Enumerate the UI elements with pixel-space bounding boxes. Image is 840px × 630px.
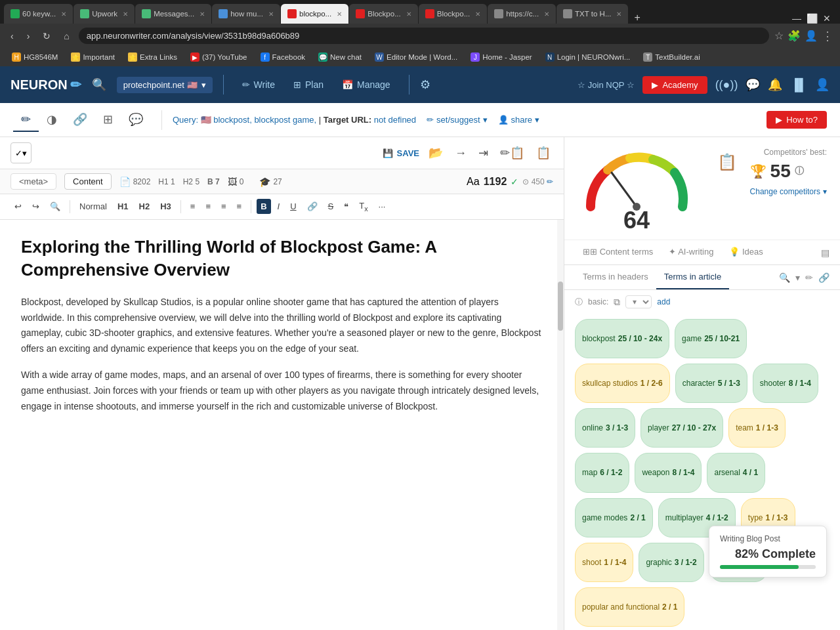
filter-icon[interactable]: ▤ <box>821 247 830 258</box>
bold-button[interactable]: B <box>257 199 270 214</box>
tab-2[interactable]: Upwork ✕ <box>74 4 135 24</box>
terms-in-headers-tab[interactable]: Terms in headers <box>575 265 656 289</box>
new-tab-button[interactable]: + <box>629 12 645 24</box>
clipboard-icon[interactable]: 📋 <box>534 143 553 163</box>
align-left-button[interactable]: ≡ <box>186 199 200 214</box>
academy-button[interactable]: ▶ Academy <box>642 76 707 94</box>
bookmark-youtube[interactable]: ▶ (37) YouTube <box>185 51 253 63</box>
strikethrough-button[interactable]: S <box>324 199 338 214</box>
nav-manage[interactable]: 📅 Manage <box>334 75 398 94</box>
forward-button[interactable]: › <box>23 30 34 43</box>
change-competitors-button[interactable]: Change competitors ▾ <box>750 187 827 196</box>
bookmark-facebook[interactable]: f Facebook <box>255 51 311 63</box>
more-options-button[interactable]: ··· <box>375 199 390 214</box>
how-to-button[interactable]: ▶ How to? <box>766 111 827 129</box>
tab-8[interactable]: https://c... ✕ <box>488 4 556 24</box>
link-button[interactable]: 🔗 <box>303 199 322 214</box>
tab-6[interactable]: Blockpo... ✕ <box>349 4 418 24</box>
term-chip-shoot[interactable]: shoot 1 / 1-4 <box>575 543 633 582</box>
tab-6-close[interactable]: ✕ <box>406 10 411 18</box>
bell-icon[interactable]: 🔔 <box>768 77 782 92</box>
tab-content-terms[interactable]: ⊞⊞ Content terms <box>575 240 661 264</box>
bookmark-textbuilder[interactable]: T TextBuilder.ai <box>638 51 705 63</box>
radio-icon[interactable]: ((●)) <box>715 78 738 92</box>
term-chip-game-modes[interactable]: game modes 2 / 1 <box>575 498 653 537</box>
nav-write[interactable]: ✏ Write <box>234 75 283 94</box>
tab-3[interactable]: Messages... ✕ <box>135 4 211 24</box>
tab-1-close[interactable]: ✕ <box>61 10 66 18</box>
tab-9-close[interactable]: ✕ <box>616 10 621 18</box>
find-button[interactable]: 🔍 <box>46 199 64 214</box>
bookmark-home-jasper[interactable]: J Home - Jasper <box>465 51 537 63</box>
extensions-icon[interactable]: 🧩 <box>788 30 801 42</box>
save-button[interactable]: 💾 SAVE <box>383 148 419 158</box>
tab-ideas[interactable]: 💡 Ideas <box>721 240 770 264</box>
profile-avatar-icon[interactable]: 👤 <box>815 77 830 92</box>
edit-target-icon[interactable]: ✏ <box>547 177 553 186</box>
address-input[interactable] <box>79 28 769 44</box>
content-tab-button[interactable]: Content <box>64 173 112 190</box>
edit-terms-icon[interactable]: ✏ <box>805 272 813 283</box>
editor-scrollbar[interactable] <box>557 220 564 630</box>
link-terms-icon[interactable]: 🔗 <box>818 272 830 283</box>
share-button[interactable]: 👤 share ▾ <box>498 115 540 125</box>
tab-9[interactable]: TXT to H... ✕ <box>556 4 628 24</box>
style-normal-button[interactable]: Normal <box>75 199 111 214</box>
term-chip-online[interactable]: online 3 / 1-3 <box>575 408 635 448</box>
italic-button[interactable]: I <box>274 199 284 214</box>
edit-tools-icon[interactable]: ✏📋 <box>497 143 527 163</box>
back-button[interactable]: ‹ <box>7 30 18 43</box>
clear-format-button[interactable]: Tx <box>355 198 371 215</box>
tab-4[interactable]: how mu... ✕ <box>212 4 280 24</box>
term-chip-map[interactable]: map 6 / 1-2 <box>575 453 629 492</box>
tab-8-close[interactable]: ✕ <box>544 10 549 18</box>
search-terms-icon[interactable]: 🔍 <box>779 272 790 283</box>
tab-5-close[interactable]: ✕ <box>337 10 342 18</box>
term-chip-popular-functional[interactable]: popular and functional 2 / 1 <box>575 587 684 627</box>
tab-5[interactable]: blockpo... ✕ <box>281 4 348 24</box>
term-chip-skullcap[interactable]: skullcap studios 1 / 2-6 <box>575 364 670 403</box>
term-chip-blockpost[interactable]: blockpost 25 / 10 - 24x <box>575 319 669 358</box>
term-chip-shooter[interactable]: shooter 8 / 1-4 <box>753 364 818 403</box>
bookmark-star-icon[interactable]: ☆ <box>774 30 784 42</box>
tab-7[interactable]: Blockpo... ✕ <box>419 4 488 24</box>
editor-body[interactable]: Exploring the Thrilling World of Blockpo… <box>0 220 564 630</box>
bookmark-newchat[interactable]: 💬 New chat <box>313 51 367 63</box>
tab-1[interactable]: 60 keyw... ✕ <box>4 4 73 24</box>
editor-scrollbar-thumb[interactable] <box>558 282 563 331</box>
undo-button[interactable]: ↩ <box>10 199 26 214</box>
query-tab-grid[interactable]: ⊞ <box>95 108 121 132</box>
bookmark-important[interactable]: ⭐ Important <box>66 51 120 63</box>
term-chip-team[interactable]: team 1 / 1-3 <box>728 408 786 448</box>
query-tab-pen[interactable]: ✏ <box>13 108 39 132</box>
copy-terms-icon[interactable]: ⧉ <box>614 297 620 308</box>
site-selector[interactable]: protechpoint.net 🇺🇸 ▾ <box>117 77 213 93</box>
import-icon[interactable]: ⇥ <box>476 143 491 163</box>
h2-button[interactable]: H2 <box>135 199 154 214</box>
align-justify-button[interactable]: ≡ <box>233 199 246 214</box>
bookmark-neuron-login[interactable]: N Login | NEURONwri... <box>540 51 636 63</box>
terms-dropdown[interactable]: ▾ <box>625 295 652 308</box>
collapse-button[interactable]: ✓▾ <box>10 142 32 163</box>
tab-7-close[interactable]: ✕ <box>475 10 480 18</box>
restore-icon[interactable]: ⬜ <box>807 13 818 24</box>
export-icon[interactable]: → <box>452 144 469 163</box>
tab-4-close[interactable]: ✕ <box>268 10 274 18</box>
term-chip-character[interactable]: character 5 / 1-3 <box>675 364 747 403</box>
tab-3-close[interactable]: ✕ <box>200 10 205 18</box>
settings-icon[interactable]: ⚙ <box>420 77 430 92</box>
chat-icon[interactable]: 💬 <box>746 77 760 92</box>
bookmark-editor[interactable]: W Editor Mode | Word... <box>369 51 463 63</box>
tab-ai-writing[interactable]: ✦ AI-writing <box>661 240 721 264</box>
term-chip-graphic[interactable]: graphic 3 / 1-2 <box>639 543 704 582</box>
term-chip-weapon[interactable]: weapon 8 / 1-4 <box>635 453 702 492</box>
bookmark-hg8546m[interactable]: H HG8546M <box>7 51 63 63</box>
close-icon[interactable]: ✕ <box>823 13 831 24</box>
align-right-button[interactable]: ≡ <box>217 199 230 214</box>
h1-button[interactable]: H1 <box>114 199 133 214</box>
home-button[interactable]: ⌂ <box>60 30 73 43</box>
profile-icon[interactable]: 👤 <box>805 30 818 42</box>
nav-plan[interactable]: ⊞ Plan <box>285 75 331 94</box>
minimize-icon[interactable]: — <box>792 13 801 24</box>
terms-in-article-tab[interactable]: Terms in article <box>656 265 729 289</box>
